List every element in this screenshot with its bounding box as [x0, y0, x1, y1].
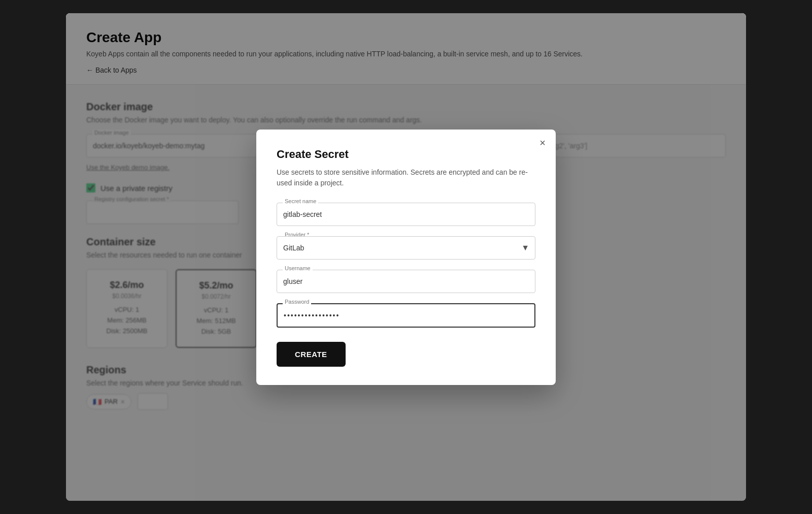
modal-title: Create Secret: [277, 148, 535, 161]
provider-select[interactable]: GitLab GitHub Docker Hub Other: [277, 236, 535, 260]
app-container: Create App Koyeb Apps contain all the co…: [66, 13, 746, 501]
secret-name-input[interactable]: [277, 203, 535, 226]
create-secret-modal: × Create Secret Use secrets to store sen…: [256, 130, 556, 385]
modal-close-button[interactable]: ×: [539, 138, 546, 148]
password-input[interactable]: [277, 303, 535, 328]
create-button[interactable]: CREATE: [277, 342, 346, 367]
username-input[interactable]: [277, 270, 535, 293]
secret-name-field: Secret name: [277, 203, 535, 226]
provider-select-wrapper: GitLab GitHub Docker Hub Other ▼: [277, 236, 535, 260]
password-field: Password: [277, 303, 535, 328]
secret-name-label: Secret name: [283, 198, 318, 204]
modal-overlay[interactable]: × Create Secret Use secrets to store sen…: [66, 13, 746, 501]
provider-field: Provider * GitLab GitHub Docker Hub Othe…: [277, 236, 535, 260]
username-field: Username: [277, 270, 535, 293]
password-label: Password: [283, 299, 311, 305]
username-label: Username: [283, 265, 313, 271]
modal-description: Use secrets to store sensitive informati…: [277, 167, 535, 188]
